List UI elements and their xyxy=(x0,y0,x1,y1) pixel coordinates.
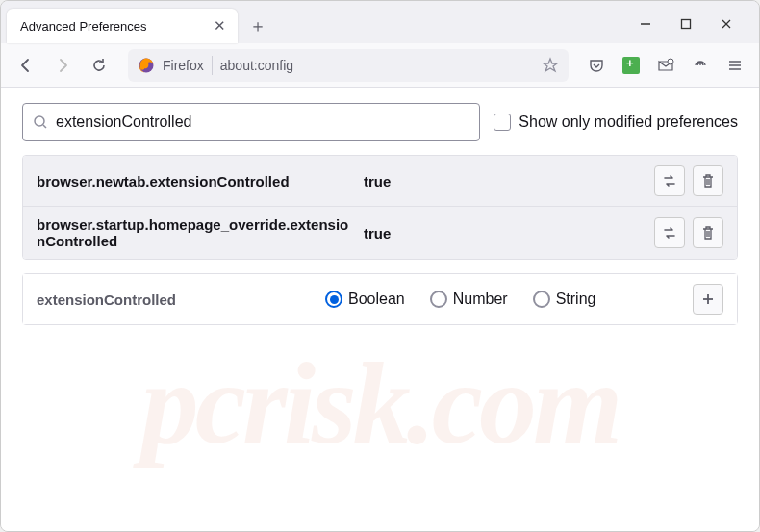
pref-name: browser.newtab.extensionControlled xyxy=(37,173,354,190)
add-pref-row: extensionControlled Boolean Number Strin… xyxy=(22,273,738,325)
new-tab-button[interactable]: ＋ xyxy=(243,12,272,40)
radio-string[interactable]: String xyxy=(533,291,596,308)
checkbox-icon xyxy=(494,114,511,131)
firefox-icon xyxy=(138,57,155,74)
toggle-button[interactable] xyxy=(654,165,685,196)
window-controls xyxy=(636,14,753,43)
search-box[interactable] xyxy=(22,103,480,141)
delete-button[interactable] xyxy=(693,165,723,196)
browser-toolbar: Firefox about:config xyxy=(1,43,759,88)
search-row: Show only modified preferences xyxy=(22,103,738,141)
bookmark-star-icon[interactable] xyxy=(542,57,559,74)
close-tab-icon[interactable]: ✕ xyxy=(211,17,228,35)
pref-value: true xyxy=(364,225,645,241)
content-area: Show only modified preferences browser.n… xyxy=(1,88,759,531)
radio-label: String xyxy=(556,291,596,308)
pref-actions xyxy=(654,217,723,248)
radio-icon xyxy=(325,291,342,308)
minimize-button[interactable] xyxy=(636,14,655,34)
shield-button[interactable] xyxy=(686,51,715,80)
type-radio-group: Boolean Number String xyxy=(325,291,683,308)
toolbar-icons xyxy=(582,51,749,80)
back-button[interactable] xyxy=(11,50,41,81)
add-actions xyxy=(693,284,723,315)
search-icon xyxy=(33,114,48,130)
tab-title: Advanced Preferences xyxy=(20,19,201,34)
reload-button[interactable] xyxy=(84,50,114,81)
browser-tab[interactable]: Advanced Preferences ✕ xyxy=(7,9,238,43)
search-input[interactable] xyxy=(56,114,469,131)
watermark: pcrisk.com xyxy=(1,338,759,470)
checkbox-label: Show only modified preferences xyxy=(519,114,738,131)
maximize-button[interactable] xyxy=(676,14,696,34)
pref-row[interactable]: browser.startup.homepage_override.extens… xyxy=(23,207,737,259)
add-pref-name: extensionControlled xyxy=(37,291,316,308)
show-modified-checkbox[interactable]: Show only modified preferences xyxy=(494,114,738,131)
menu-button[interactable] xyxy=(721,51,749,80)
radio-boolean[interactable]: Boolean xyxy=(325,291,405,308)
forward-button[interactable] xyxy=(47,50,78,81)
pref-actions xyxy=(654,165,723,196)
add-button[interactable] xyxy=(693,284,723,315)
pocket-button[interactable] xyxy=(582,51,611,80)
radio-label: Number xyxy=(453,291,508,308)
pref-row[interactable]: browser.newtab.extensionControlled true xyxy=(23,156,737,207)
pref-value: true xyxy=(364,173,645,190)
pref-list: browser.newtab.extensionControlled true … xyxy=(22,155,738,260)
radio-label: Boolean xyxy=(348,291,405,308)
identity-label: Firefox xyxy=(163,58,204,73)
svg-point-5 xyxy=(668,59,673,64)
url-bar[interactable]: Firefox about:config xyxy=(128,49,569,82)
extension-button[interactable] xyxy=(617,51,646,80)
close-window-button[interactable] xyxy=(717,14,736,34)
radio-number[interactable]: Number xyxy=(430,291,508,308)
svg-line-10 xyxy=(43,125,46,128)
pref-name: browser.startup.homepage_override.extens… xyxy=(37,216,354,249)
titlebar: Advanced Preferences ✕ ＋ xyxy=(1,1,759,43)
mail-button[interactable] xyxy=(651,51,680,80)
delete-button[interactable] xyxy=(693,217,723,248)
url-text: about:config xyxy=(220,58,534,73)
toggle-button[interactable] xyxy=(654,217,685,248)
radio-icon xyxy=(533,291,550,308)
svg-rect-1 xyxy=(682,20,691,29)
radio-icon xyxy=(430,291,447,308)
svg-point-9 xyxy=(35,116,44,126)
separator xyxy=(212,56,213,75)
